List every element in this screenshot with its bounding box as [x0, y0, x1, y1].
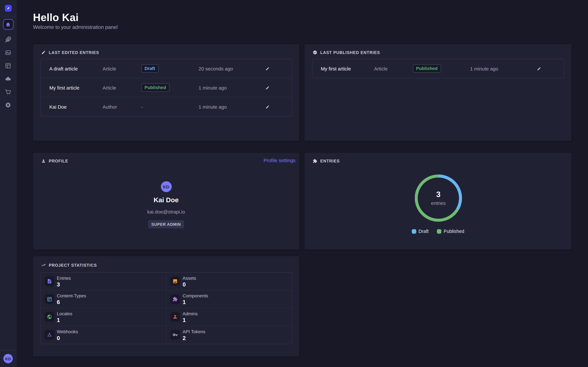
entry-type: Article [103, 66, 141, 71]
document-icon [44, 276, 54, 286]
card-title: PROJECT STATISTICS [49, 263, 97, 267]
last-edited-table: A draft article Article Draft 20 seconds… [40, 59, 292, 117]
edit-entry-button[interactable] [263, 64, 272, 73]
sidebar-item-content-manager[interactable] [5, 36, 11, 43]
cloud-icon [5, 76, 11, 82]
stat-api-tokens: API Tokens 2 [166, 326, 292, 344]
pencil-icon [263, 67, 272, 71]
entry-name: My first article [321, 66, 374, 71]
sidebar-nav [0, 17, 16, 108]
webhook-icon [44, 330, 54, 340]
draft-color-chip [412, 229, 416, 234]
card-header: PROFILE [33, 153, 299, 164]
card-header: ENTRIES [304, 153, 571, 164]
puzzle-icon [313, 159, 317, 163]
puzzle-icon [170, 294, 180, 304]
card-header: PROJECT STATISTICS [33, 256, 299, 268]
home-icon [5, 22, 11, 27]
layout-icon [5, 62, 11, 69]
edit-entry-button[interactable] [263, 83, 272, 92]
profile-email: kai.doe@strapi.io [147, 209, 185, 215]
gear-icon [5, 102, 11, 108]
stat-locales: Locales 1 [41, 308, 166, 326]
entry-time: 1 minute ago [470, 66, 535, 71]
last-edited-entries-card: LAST EDITED ENTRIES A draft article Arti… [33, 44, 299, 141]
entry-name: My first article [49, 85, 103, 90]
stat-webhooks: Webhooks 0 [41, 326, 166, 344]
stat-components: Components 1 [166, 290, 292, 308]
pencil-icon [535, 67, 544, 71]
entries-chart-card: ENTRIES 3 entries Draft Published [304, 153, 571, 249]
trending-up-icon [41, 263, 46, 267]
last-published-entries-card: LAST PUBLISHED ENTRIES My first article … [304, 44, 571, 141]
globe-icon [44, 312, 54, 322]
pencil-icon [263, 86, 272, 90]
published-color-chip [437, 229, 441, 234]
entry-type: Article [103, 85, 141, 90]
strapi-admin-dashboard: KD Hello Kai Welcome to your administrat… [0, 0, 588, 367]
entry-time: 1 minute ago [199, 104, 263, 109]
sidebar: KD [0, 0, 17, 367]
edit-entry-button[interactable] [263, 102, 272, 111]
sidebar-item-media-library[interactable] [5, 50, 11, 56]
card-title: PROFILE [49, 159, 68, 163]
media-library-icon [5, 50, 11, 56]
user-avatar[interactable]: KD [3, 354, 13, 363]
profile-name: Kai Doe [154, 196, 179, 204]
status-badge: Draft [141, 64, 158, 73]
card-title: LAST PUBLISHED ENTRIES [320, 50, 380, 55]
feather-icon [5, 36, 11, 43]
stat-assets: Assets 0 [166, 273, 292, 290]
status-badge: Published [141, 83, 169, 92]
card-header: LAST EDITED ENTRIES [33, 44, 299, 56]
table-row: My first article Article Published 1 min… [312, 59, 564, 78]
stats-table: Entries 3 Assets 0 Content-Types 6 [40, 272, 292, 344]
status-badge: Published [413, 64, 441, 73]
sidebar-item-content-type-builder[interactable] [5, 62, 11, 69]
key-icon [170, 330, 180, 340]
sidebar-divider [0, 350, 16, 350]
layout-icon [44, 294, 54, 304]
donut-center: 3 entries [415, 175, 462, 222]
check-circle-icon [313, 50, 317, 55]
status-empty: - [141, 104, 199, 109]
entry-time: 20 seconds ago [199, 66, 263, 71]
stat-content-types: Content-Types 6 [41, 290, 166, 308]
page-subtitle: Welcome to your administration panel [33, 24, 118, 30]
avatar: KD [161, 181, 172, 192]
strapi-logo-icon [5, 5, 11, 12]
sidebar-item-deploy[interactable] [5, 76, 11, 82]
legend-item-draft: Draft [412, 229, 429, 234]
sidebar-item-home[interactable] [3, 19, 13, 30]
chart-legend: Draft Published [304, 229, 571, 234]
entry-name: Kai Doe [49, 104, 103, 109]
cart-icon [5, 89, 11, 95]
sidebar-footer: KD [0, 350, 16, 367]
card-title: ENTRIES [320, 159, 340, 163]
card-title: LAST EDITED ENTRIES [49, 50, 99, 55]
table-row: A draft article Article Draft 20 seconds… [41, 59, 292, 78]
entries-total: 3 [436, 190, 441, 198]
role-badge: SUPER ADMIN [148, 220, 184, 228]
entry-type: Article [374, 66, 413, 71]
card-header: LAST PUBLISHED ENTRIES [304, 44, 571, 56]
stat-entries: Entries 3 [41, 273, 166, 290]
profile-body: KD Kai Doe kai.doe@strapi.io SUPER ADMIN [33, 164, 299, 228]
edit-entry-button[interactable] [535, 64, 544, 73]
page-title: Hello Kai [33, 12, 78, 24]
sidebar-item-settings[interactable] [5, 102, 11, 108]
sidebar-item-marketplace[interactable] [5, 89, 11, 95]
last-published-table: My first article Article Published 1 min… [312, 59, 564, 78]
pencil-icon [41, 50, 46, 55]
entry-name: A draft article [49, 66, 103, 71]
table-row: Kai Doe Author - 1 minute ago [41, 97, 292, 116]
pencil-icon [263, 105, 272, 109]
user-icon [41, 159, 46, 163]
picture-icon [170, 276, 180, 286]
profile-settings-link[interactable]: Profile settings [263, 158, 295, 163]
profile-card: PROFILE Profile settings KD Kai Doe kai.… [33, 153, 299, 249]
user-icon [170, 312, 180, 322]
entries-donut-chart: 3 entries [415, 175, 462, 222]
project-statistics-card: PROJECT STATISTICS Entries 3 Assets 0 [33, 256, 299, 356]
stat-admins: Admins 1 [166, 308, 292, 326]
